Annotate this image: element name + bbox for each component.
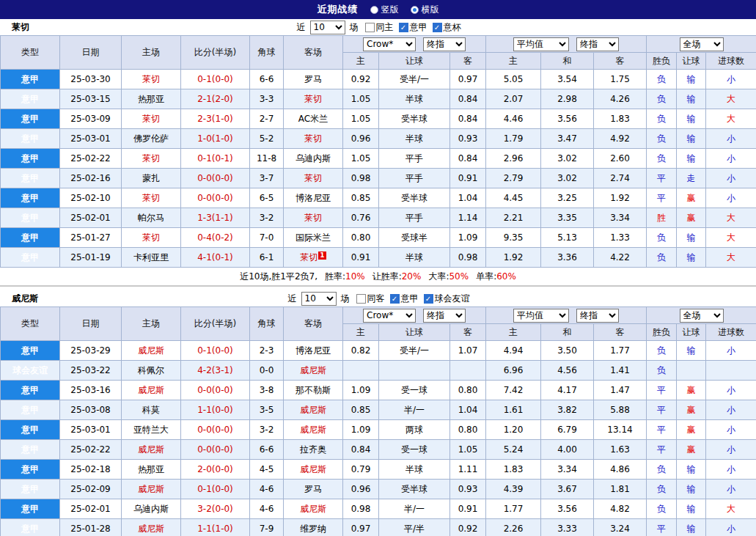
euro-stage-select[interactable]: 终指 <box>576 309 619 323</box>
goals-result: 小 <box>706 169 756 188</box>
asian-home-odds: 1.05 <box>343 149 379 169</box>
summary-stats: 胜率:10%让胜率:20%大率:50%单率:60% <box>318 271 516 283</box>
asian-away-odds: 0.93 <box>450 480 486 499</box>
euro-home-odds: 7.42 <box>486 381 541 400</box>
header-group-row: 类型 日期 主场 比分(半场) 角球 客场 Crow* 终指 平均值 终指 全场 <box>1 307 756 324</box>
coppa-italia-checkbox[interactable] <box>433 23 442 32</box>
euro-draw-odds: 3.67 <box>541 480 594 499</box>
layout-option-vertical[interactable]: 竖版 <box>370 4 399 16</box>
asian-away-odds: 1.14 <box>450 208 486 228</box>
handicap-result: 赢 <box>677 420 706 440</box>
home-team: 热那亚 <box>122 460 181 480</box>
match-date: 25-02-01 <box>60 499 122 519</box>
filter-club-friendly[interactable]: 球会友谊 <box>424 293 470 305</box>
handicap-result: 赢 <box>677 440 706 460</box>
same-away-checkbox[interactable] <box>356 294 366 304</box>
match-row: 意甲25-02-10莱切0-0(0-0)6-5博洛尼亚0.85受半球1.044.… <box>1 188 756 208</box>
asian-home-odds: 0.96 <box>343 480 379 499</box>
bookmaker-select[interactable]: Crow* <box>363 309 416 323</box>
col-header-score: 比分(半场) <box>181 307 250 341</box>
stat-value: 20% <box>402 271 422 282</box>
full-time-result: 负 <box>647 460 677 480</box>
euro-draw-odds: 3.36 <box>541 248 594 268</box>
away-team: 拉齐奥 <box>284 440 343 460</box>
home-team: 莱切 <box>122 228 181 248</box>
score: 0-0(0-0) <box>181 188 250 208</box>
asian-stage-select[interactable]: 终指 <box>423 37 466 51</box>
euro-home-odds: 4.45 <box>486 188 541 208</box>
match-date: 25-03-01 <box>60 420 122 440</box>
asian-away-header: 客 <box>450 324 486 341</box>
asian-away-odds: 0.98 <box>450 248 486 268</box>
league-badge: 意甲 <box>1 169 60 188</box>
team-name: 莱切 <box>12 21 29 34</box>
asian-odds-group-header: Crow* 终指 <box>343 307 486 324</box>
handicap-result: 赢 <box>677 381 706 400</box>
asian-stage-select[interactable]: 终指 <box>423 309 466 323</box>
corners: 7-0 <box>250 228 284 248</box>
match-date: 25-02-22 <box>60 440 122 460</box>
col-header-corners: 角球 <box>250 36 284 70</box>
filter-same-venue[interactable]: 同客 <box>356 293 385 305</box>
match-date: 25-02-18 <box>60 460 122 480</box>
euro-stage-select[interactable]: 终指 <box>576 37 619 51</box>
serie-a-checkbox[interactable] <box>399 23 408 32</box>
match-row: 意甲25-02-22威尼斯0-0(0-0)6-6拉齐奥0.84受一球1.055.… <box>1 440 756 460</box>
league-badge: 意甲 <box>1 89 60 109</box>
corners: 4-6 <box>250 480 284 499</box>
score: 1-0(1-0) <box>181 129 250 149</box>
match-row: 意甲25-01-27莱切0-4(0-2)7-0国际米兰0.80受球半1.099.… <box>1 228 756 248</box>
filter-coppa-italia[interactable]: 意杯 <box>433 21 461 34</box>
euro-away-odds: 1.77 <box>594 341 647 361</box>
filter-near-label: 近 <box>288 293 297 305</box>
team-section-header: 莱切 近 10 场 同主 意甲 意杯 <box>0 19 756 35</box>
match-row: 意甲25-02-09威尼斯0-1(0-0)4-6罗马0.96受半球0.934.3… <box>1 480 756 499</box>
full-time-result: 平 <box>647 169 677 188</box>
full-time-result: 负 <box>647 89 677 109</box>
scope-select[interactable]: 全场 <box>680 309 724 323</box>
euro-home-header: 主 <box>486 324 541 341</box>
corners: 7-9 <box>250 519 284 536</box>
match-row: 意甲25-03-01佛罗伦萨1-0(1-0)5-2莱切0.96半球0.931.7… <box>1 129 756 149</box>
match-date: 25-01-19 <box>60 248 122 268</box>
euro-source-select[interactable]: 平均值 <box>513 309 569 323</box>
filter-same-venue[interactable]: 同主 <box>365 21 394 34</box>
match-date: 25-03-08 <box>60 400 122 420</box>
home-team: 威尼斯 <box>122 480 181 499</box>
horizontal-layout-radio[interactable] <box>411 6 419 14</box>
score: 1-3(1-1) <box>181 208 250 228</box>
euro-odds-group-header: 平均值 终指 <box>486 307 647 324</box>
vertical-layout-radio[interactable] <box>370 6 378 14</box>
euro-draw-header: 和 <box>541 324 594 341</box>
serie-a-checkbox[interactable] <box>390 294 400 304</box>
score: 1-1(0-0) <box>181 400 250 420</box>
euro-odds-group-header: 平均值 终指 <box>486 36 647 53</box>
col-header-date: 日期 <box>60 307 122 341</box>
asian-away-odds: 0.84 <box>450 149 486 169</box>
league-badge: 意甲 <box>1 341 60 361</box>
scope-select[interactable]: 全场 <box>680 37 724 51</box>
corners: 2-3 <box>250 341 284 361</box>
bookmaker-select[interactable]: Crow* <box>363 37 416 51</box>
stat-value: 50% <box>449 271 469 282</box>
euro-away-odds: 1.41 <box>594 361 647 381</box>
filter-serie-a[interactable]: 意甲 <box>390 293 419 305</box>
euro-home-header: 主 <box>486 53 541 70</box>
full-time-result: 负 <box>647 109 677 129</box>
club-friendly-checkbox[interactable] <box>424 294 433 304</box>
asian-away-odds: 0.91 <box>450 499 486 519</box>
corners: 6-6 <box>250 440 284 460</box>
match-count-select[interactable]: 10 <box>301 292 337 306</box>
euro-away-odds: 4.22 <box>594 248 647 268</box>
handicap: 受半球 <box>379 188 450 208</box>
goals-result: 小 <box>706 129 756 149</box>
match-date: 25-02-16 <box>60 169 122 188</box>
layout-option-horizontal[interactable]: 横版 <box>411 4 439 16</box>
asian-home-odds: 0.96 <box>343 129 379 149</box>
euro-source-select[interactable]: 平均值 <box>513 37 569 51</box>
match-date: 25-02-01 <box>60 208 122 228</box>
filter-serie-a[interactable]: 意甲 <box>399 21 427 34</box>
league-badge: 意甲 <box>1 188 60 208</box>
same-home-checkbox[interactable] <box>365 23 375 32</box>
match-count-select[interactable]: 10 <box>310 21 345 34</box>
